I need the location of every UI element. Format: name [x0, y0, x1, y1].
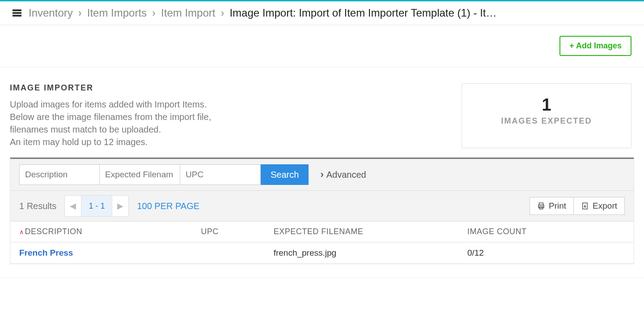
help-line-1: Upload images for items added with Impor…	[10, 99, 207, 109]
help-line-4: An item may hold up to 12 images.	[10, 137, 148, 147]
pager-prev-button[interactable]: ◀	[65, 196, 81, 216]
chevron-right-icon: ›	[220, 7, 224, 19]
col-expected-filename[interactable]: EXPECTED FILENAME	[274, 227, 467, 236]
print-button[interactable]: Print	[530, 197, 573, 215]
breadcrumb-current: Image Import: Import of Item Importer Te…	[229, 7, 496, 19]
breadcrumb-link-item-import[interactable]: Item Import	[161, 7, 215, 19]
breadcrumb-link-item-imports[interactable]: Item Imports	[87, 7, 147, 19]
description-input[interactable]	[19, 164, 100, 185]
export-label: Export	[593, 201, 617, 211]
upc-input[interactable]	[180, 164, 261, 185]
breadcrumb: Inventory › Item Imports › Item Import ›…	[29, 7, 497, 19]
breadcrumb-bar: Inventory › Item Imports › Item Import ›…	[0, 1, 644, 25]
help-text: Upload images for items added with Impor…	[10, 98, 444, 148]
col-description-label: DESCRIPTION	[25, 227, 83, 236]
sort-asc-icon: ∧	[19, 228, 24, 236]
col-description[interactable]: ∧ DESCRIPTION	[19, 227, 201, 236]
footer-separator	[0, 278, 644, 278]
results-count: 1 Results	[19, 201, 56, 211]
row-description-link[interactable]: French Press	[19, 248, 201, 258]
chevron-right-icon: ›	[320, 169, 323, 180]
advanced-label: Advanced	[326, 170, 366, 180]
print-icon	[537, 202, 545, 210]
pager-range: 1 - 1	[81, 196, 112, 216]
action-bar: + Add Images	[0, 25, 644, 67]
col-upc[interactable]: UPC	[201, 227, 273, 236]
pager: ◀ 1 - 1 ▶	[64, 195, 129, 217]
images-expected-count: 1	[489, 95, 604, 115]
content-area: IMAGE IMPORTER Upload images for items a…	[0, 67, 644, 157]
images-expected-label: IMAGES EXPECTED	[489, 116, 604, 126]
results-bar: 1 Results ◀ 1 - 1 ▶ 100 PER PAGE Print E…	[10, 191, 634, 222]
help-line-2: Below are the image filenames from the i…	[10, 112, 211, 122]
image-table: Search › Advanced 1 Results ◀ 1 - 1 ▶ 10…	[10, 157, 634, 264]
per-page-selector[interactable]: 100 PER PAGE	[137, 201, 199, 211]
table-row: French Press french_press.jpg 0/12	[10, 243, 634, 264]
row-image-count: 0/12	[467, 248, 625, 258]
breadcrumb-link-inventory[interactable]: Inventory	[29, 7, 73, 19]
search-button[interactable]: Search	[261, 164, 309, 185]
advanced-search-button[interactable]: › Advanced	[312, 169, 374, 180]
inventory-icon	[13, 9, 21, 17]
row-expected-filename: french_press.jpg	[274, 248, 467, 258]
chevron-right-icon: ›	[152, 7, 156, 19]
pager-next-button[interactable]: ▶	[112, 196, 128, 216]
images-expected-box: 1 IMAGES EXPECTED	[462, 83, 631, 148]
export-icon	[581, 202, 589, 210]
help-line-3: filenames must match to be uploaded.	[10, 124, 161, 134]
expected-filename-input[interactable]	[100, 164, 180, 185]
export-button[interactable]: Export	[573, 197, 625, 215]
add-images-button[interactable]: + Add Images	[559, 36, 631, 56]
section-title: IMAGE IMPORTER	[10, 83, 444, 93]
row-upc	[201, 248, 273, 258]
chevron-right-icon: ›	[78, 7, 82, 19]
search-bar: Search › Advanced	[10, 159, 634, 191]
print-label: Print	[549, 201, 566, 211]
table-header-row: ∧ DESCRIPTION UPC EXPECTED FILENAME IMAG…	[10, 222, 634, 243]
col-image-count[interactable]: IMAGE COUNT	[467, 227, 625, 236]
